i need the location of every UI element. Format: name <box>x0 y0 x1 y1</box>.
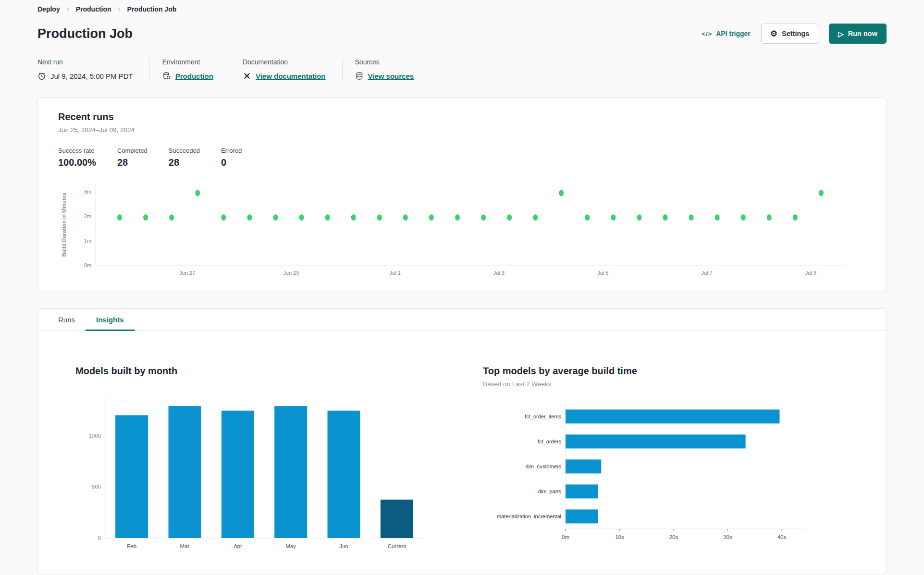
info-next-run: Next run Jul 9, 2024, 5:00 PM PDT <box>37 58 150 80</box>
svg-text:0m: 0m <box>84 262 91 268</box>
svg-text:Jun 27: Jun 27 <box>179 270 195 276</box>
build-duration-chart: 0m1m2m3mJun 27Jun 29Jul 1Jul 3Jul 5Jul 7… <box>58 179 866 284</box>
info-environment-label: Environment <box>162 58 213 66</box>
breadcrumb-production[interactable]: Production <box>76 5 111 13</box>
view-documentation-link[interactable]: View documentation <box>256 72 326 80</box>
svg-text:Jul 5: Jul 5 <box>597 270 608 276</box>
svg-text:40s: 40s <box>777 534 787 540</box>
header-row: Production Job </> API trigger ⚙ Setting… <box>37 24 887 44</box>
svg-text:Apr: Apr <box>234 543 242 549</box>
breadcrumb-deploy[interactable]: Deploy <box>37 5 60 13</box>
page: Deploy › Production › Production Job Pro… <box>0 0 924 574</box>
info-environment: Environment Production <box>162 58 230 80</box>
info-next-run-label: Next run <box>37 58 133 66</box>
next-run-value: Jul 9, 2024, 5:00 PM PDT <box>50 72 133 80</box>
insights-body: Models built by month 05001000FebMarAprM… <box>38 331 886 574</box>
environment-link[interactable]: Production <box>175 72 213 80</box>
svg-text:Current: Current <box>388 543 407 549</box>
recent-runs-card: Recent runs Jun 25, 2024–Jul 09, 2024 Su… <box>37 98 887 292</box>
svg-text:dim_parts: dim_parts <box>538 489 562 494</box>
models-built-by-month-chart: Models built by month 05001000FebMarAprM… <box>75 366 445 554</box>
svg-text:500: 500 <box>92 484 101 489</box>
svg-text:2m: 2m <box>84 213 91 219</box>
recent-runs-date-range: Jun 25, 2024–Jul 09, 2024 <box>58 126 866 134</box>
svg-text:Build Duration in Minutes: Build Duration in Minutes <box>61 193 67 257</box>
svg-text:1000: 1000 <box>88 433 101 439</box>
api-trigger-link[interactable]: </> API trigger <box>702 30 750 37</box>
chevron-right-icon: › <box>67 5 69 13</box>
recent-runs-stats: Success rate 100.00% Completed 28 Succee… <box>58 147 866 168</box>
settings-label: Settings <box>782 30 809 37</box>
breadcrumb: Deploy › Production › Production Job <box>37 3 887 13</box>
stat-errored: Errored 0 <box>221 147 242 168</box>
svg-text:fct_order_items: fct_order_items <box>525 414 561 419</box>
job-info-bar: Next run Jul 9, 2024, 5:00 PM PDT Enviro… <box>37 58 887 80</box>
settings-button[interactable]: ⚙ Settings <box>761 24 818 44</box>
svg-text:Jul 9: Jul 9 <box>805 270 816 276</box>
tab-insights[interactable]: Insights <box>86 309 135 330</box>
svg-text:Jun: Jun <box>339 543 348 549</box>
breadcrumb-production-job[interactable]: Production Job <box>127 5 177 13</box>
svg-text:1m: 1m <box>84 238 91 244</box>
svg-text:Mar: Mar <box>180 543 190 549</box>
models-built-title: Models built by month <box>75 366 445 377</box>
svg-text:10s: 10s <box>615 534 624 540</box>
stat-completed: Completed 28 <box>117 147 148 168</box>
svg-text:Jun 29: Jun 29 <box>283 270 299 276</box>
database-icon <box>355 72 364 80</box>
svg-text:3m: 3m <box>84 189 91 195</box>
svg-text:Jul 3: Jul 3 <box>493 270 505 276</box>
svg-text:Jul 1: Jul 1 <box>390 270 401 276</box>
info-sources-label: Sources <box>355 58 414 66</box>
run-now-button[interactable]: ▷ Run now <box>829 24 887 44</box>
top-models-title: Top models by average build time <box>483 366 829 377</box>
view-sources-link[interactable]: View sources <box>368 72 414 80</box>
gear-icon: ⚙ <box>770 30 777 38</box>
play-icon: ▷ <box>838 30 844 37</box>
svg-text:Feb: Feb <box>127 543 136 549</box>
page-title: Production Job <box>37 26 133 41</box>
top-models-subtitle: Based on Last 2 Weeks <box>483 380 829 388</box>
code-icon: </> <box>702 30 712 37</box>
svg-text:materialization_incremental: materialization_incremental <box>497 514 561 519</box>
svg-text:0m: 0m <box>562 534 569 540</box>
svg-text:dim_customers: dim_customers <box>525 464 561 469</box>
header-actions: </> API trigger ⚙ Settings ▷ Run now <box>702 24 887 44</box>
info-sources: Sources View sources <box>355 58 431 80</box>
clock-icon <box>37 72 46 80</box>
stat-success-rate: Success rate 100.00% <box>58 147 96 168</box>
info-documentation: Documentation View documentation <box>243 58 343 80</box>
insights-card: Runs Insights Models built by month 0500… <box>37 308 887 574</box>
stat-succeeded: Succeeded 28 <box>169 147 200 168</box>
svg-text:fct_orders: fct_orders <box>538 439 561 444</box>
svg-text:0: 0 <box>98 535 101 541</box>
svg-text:Jul 7: Jul 7 <box>701 270 712 276</box>
api-trigger-label: API trigger <box>716 30 751 37</box>
svg-text:20s: 20s <box>669 534 678 540</box>
tab-runs[interactable]: Runs <box>48 309 86 330</box>
recent-runs-title: Recent runs <box>58 111 866 122</box>
chevron-right-icon: › <box>118 5 121 13</box>
tab-bar: Runs Insights <box>38 309 886 331</box>
environment-icon <box>162 72 171 80</box>
svg-text:30s: 30s <box>723 534 732 540</box>
run-now-label: Run now <box>848 30 877 37</box>
top-models-chart: Top models by average build time Based o… <box>483 366 829 554</box>
docs-icon <box>243 72 251 80</box>
info-documentation-label: Documentation <box>243 58 326 66</box>
svg-text:May: May <box>285 543 296 549</box>
